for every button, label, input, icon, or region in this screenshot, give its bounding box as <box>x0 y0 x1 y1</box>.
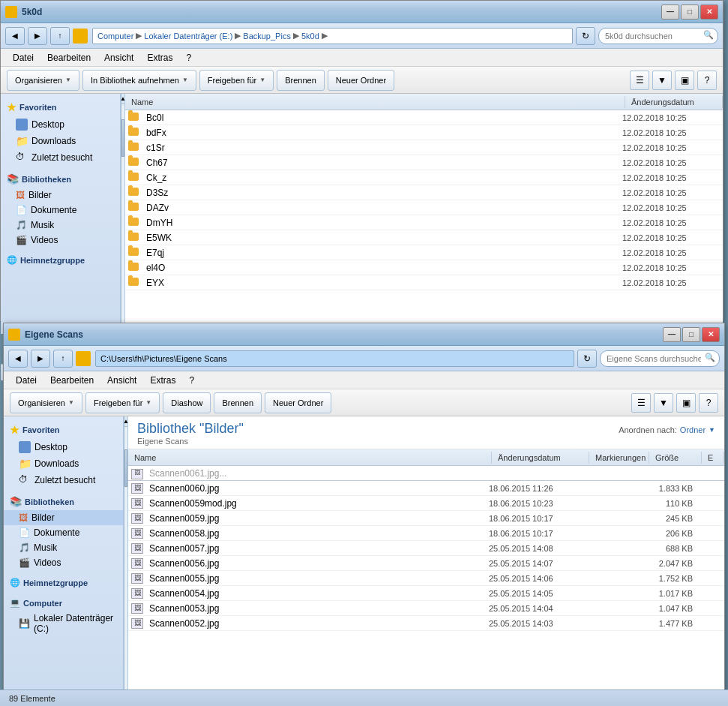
sidebar-item-videos-1[interactable]: 🎬 Videos <box>1 233 120 248</box>
view-btn-pane-2[interactable]: ▣ <box>676 393 696 413</box>
col-date-header-2[interactable]: Änderungsdatum <box>492 452 589 464</box>
search-input-1[interactable] <box>598 28 718 44</box>
sidebar-item-zuletzt-1[interactable]: ⏱ Zuletzt besucht <box>1 149 120 166</box>
scroll-up-2[interactable]: ▲ <box>124 416 127 427</box>
favoriten-header-1[interactable]: ★ Favoriten <box>1 98 120 116</box>
view-btn-help-2[interactable]: ? <box>699 393 718 413</box>
toolbar-organisieren-2[interactable]: Organisieren ▼ <box>10 392 82 413</box>
col-extra-header-2[interactable]: E <box>702 452 724 464</box>
view-btn-details-1[interactable]: ▼ <box>652 71 672 90</box>
file-row-1-4[interactable]: Ck_z 12.02.2018 10:25 <box>125 170 723 185</box>
toolbar-freigeben-1[interactable]: Freigeben für ▼ <box>199 70 274 91</box>
toolbar-freigeben-2[interactable]: Freigeben für ▼ <box>85 392 160 413</box>
menu-datei-2[interactable]: Datei <box>10 374 43 387</box>
scroll-up-1[interactable]: ▲ <box>121 94 124 104</box>
close-button-1[interactable]: ✕ <box>700 5 718 20</box>
sidebar-item-dokumente-1[interactable]: 📄 Dokumente <box>1 203 120 218</box>
file-row-1-10[interactable]: el4O 12.02.2018 10:25 <box>125 260 723 275</box>
up-button-2[interactable]: ↑ <box>53 350 73 368</box>
menu-help-1[interactable]: ? <box>180 51 197 65</box>
arrange-value[interactable]: Ordner <box>680 425 706 434</box>
heimnetz-header-2[interactable]: 🌐 Heimnetzgruppe <box>4 575 123 590</box>
file-row-1-11[interactable]: EYX 12.02.2018 10:25 <box>125 275 723 290</box>
file-row-2-1[interactable]: 🖼 Scannen0059mod.jpg 18.06.2015 10:23 11… <box>128 496 724 511</box>
heimnetz-header-1[interactable]: 🌐 Heimnetzgruppe <box>1 252 120 268</box>
sidebar-item-bilder-2[interactable]: 🖼 Bilder <box>4 510 123 525</box>
menu-bearbeiten-1[interactable]: Bearbeiten <box>41 51 97 65</box>
menu-extras-1[interactable]: Extras <box>141 51 178 65</box>
file-row-2-7[interactable]: 🖼 Scannen0054.jpg 25.05.2015 14:05 1.017… <box>128 586 724 601</box>
file-row-2-5[interactable]: 🖼 Scannen0056.jpg 25.05.2015 14:07 2.047… <box>128 556 724 571</box>
view-btn-pane-1[interactable]: ▣ <box>675 71 694 90</box>
forward-button-1[interactable]: ▶ <box>28 27 47 45</box>
file-row-2-2[interactable]: 🖼 Scannen0059.jpg 18.06.2015 10:17 245 K… <box>128 511 724 526</box>
search-icon-1[interactable]: 🔍 <box>703 30 715 42</box>
maximize-button-1[interactable]: □ <box>681 5 699 20</box>
menu-extras-2[interactable]: Extras <box>144 374 181 387</box>
view-btn-list-2[interactable]: ☰ <box>631 393 651 413</box>
sidebar-item-bilder-1[interactable]: 🖼 Bilder <box>1 188 120 203</box>
file-row-1-5[interactable]: D3Sz 12.02.2018 10:25 <box>125 185 723 200</box>
file-row-2-0[interactable]: 🖼 Scannen0060.jpg 18.06.2015 11:26 1.833… <box>128 481 724 496</box>
favoriten-header-2[interactable]: ★ Favoriten <box>4 421 123 439</box>
minimize-button-2[interactable]: — <box>663 327 681 342</box>
sidebar-item-desktop-2[interactable]: Desktop <box>4 439 123 455</box>
file-row-1-3[interactable]: Ch67 12.02.2018 10:25 <box>125 155 723 170</box>
sidebar-item-drive-c-2[interactable]: 💾 Lokaler Datenträger (C:) <box>4 611 123 636</box>
forward-button-2[interactable]: ▶ <box>31 350 50 368</box>
toolbar-organisieren-1[interactable]: Organisieren ▼ <box>7 70 79 91</box>
search-icon-2[interactable]: 🔍 <box>705 353 717 365</box>
col-name-header-1[interactable]: Name <box>125 96 625 108</box>
view-btn-details-2[interactable]: ▼ <box>654 393 673 413</box>
menu-ansicht-1[interactable]: Ansicht <box>98 51 139 65</box>
toolbar-neuer-ordner-1[interactable]: Neuer Ordner <box>328 70 394 91</box>
back-button-1[interactable]: ◀ <box>5 27 25 45</box>
sidebar-item-desktop-1[interactable]: Desktop <box>1 116 120 133</box>
back-button-2[interactable]: ◀ <box>8 350 28 368</box>
arrange-arrow[interactable]: ▼ <box>709 426 715 434</box>
toolbar-bibliothek-1[interactable]: In Bibliothek aufnehmen ▼ <box>82 70 196 91</box>
file-row-2-9[interactable]: 🖼 Scannen0052.jpg 25.05.2015 14:03 1.477… <box>128 616 724 631</box>
computer-header-2[interactable]: 💻 Computer <box>4 595 123 611</box>
toolbar-neuer-ordner-2[interactable]: Neuer Ordner <box>265 392 331 413</box>
bibliotheken-header-1[interactable]: 📚 Bibliotheken <box>1 170 120 188</box>
menu-bearbeiten-2[interactable]: Bearbeiten <box>44 374 100 387</box>
menu-help-2[interactable]: ? <box>183 374 200 387</box>
file-row-1-8[interactable]: E5WK 12.02.2018 10:25 <box>125 230 723 245</box>
file-row-1-0[interactable]: Bc0l 12.02.2018 10:25 <box>125 110 723 125</box>
minimize-button-1[interactable]: — <box>661 5 679 20</box>
toolbar-brennen-1[interactable]: Brennen <box>277 70 325 91</box>
toolbar-brennen-2[interactable]: Brennen <box>214 392 262 413</box>
col-mark-header-2[interactable]: Markierungen <box>589 452 649 464</box>
up-button-1[interactable]: ↑ <box>50 27 70 45</box>
address-path-2[interactable]: C:\Users\fh\Pictures\Eigene Scans <box>95 350 574 367</box>
file-row-2-8[interactable]: 🖼 Scannen0053.jpg 25.05.2015 14:04 1.047… <box>128 601 724 616</box>
refresh-button-1[interactable]: ↻ <box>576 27 595 45</box>
file-row-2-6[interactable]: 🖼 Scannen0055.jpg 25.05.2015 14:06 1.752… <box>128 571 724 586</box>
sidebar-item-videos-2[interactable]: 🎬 Videos <box>4 555 123 570</box>
close-button-2[interactable]: ✕ <box>702 327 720 342</box>
maximize-button-2[interactable]: □ <box>682 327 700 342</box>
vertical-scroll-2[interactable]: ▲ ▼ <box>124 416 128 706</box>
col-name-header-2[interactable]: Name <box>128 452 492 464</box>
file-row-1-7[interactable]: DmYH 12.02.2018 10:25 <box>125 215 723 230</box>
file-row-1-9[interactable]: E7qj 12.02.2018 10:25 <box>125 245 723 260</box>
view-btn-help-1[interactable]: ? <box>697 71 717 90</box>
col-date-header-1[interactable]: Änderungsdatum <box>625 96 723 108</box>
search-input-2[interactable] <box>600 350 720 367</box>
menu-datei-1[interactable]: Datei <box>7 51 40 65</box>
toolbar-diashow-2[interactable]: Diashow <box>163 392 211 413</box>
sidebar-item-downloads-1[interactable]: 📁 Downloads <box>1 133 120 149</box>
file-row-2-3[interactable]: 🖼 Scannen0058.jpg 18.06.2015 10:17 206 K… <box>128 526 724 541</box>
col-size-header-2[interactable]: Größe <box>649 452 702 464</box>
sidebar-item-musik-1[interactable]: 🎵 Musik <box>1 218 120 233</box>
file-row-2-4[interactable]: 🖼 Scannen0057.jpg 25.05.2015 14:08 688 K… <box>128 541 724 556</box>
sidebar-item-zuletzt-2[interactable]: ⏱ Zuletzt besucht <box>4 472 123 488</box>
file-row-1-2[interactable]: c1Sr 12.02.2018 10:25 <box>125 140 723 155</box>
scroll-thumb-2[interactable] <box>124 449 127 487</box>
bibliotheken-header-2[interactable]: 📚 Bibliotheken <box>4 493 123 510</box>
refresh-button-2[interactable]: ↻ <box>577 350 597 368</box>
file-row-1-6[interactable]: DAZv 12.02.2018 10:25 <box>125 200 723 215</box>
file-row-1-1[interactable]: bdFx 12.02.2018 10:25 <box>125 125 723 140</box>
sidebar-item-dokumente-2[interactable]: 📄 Dokumente <box>4 525 123 540</box>
